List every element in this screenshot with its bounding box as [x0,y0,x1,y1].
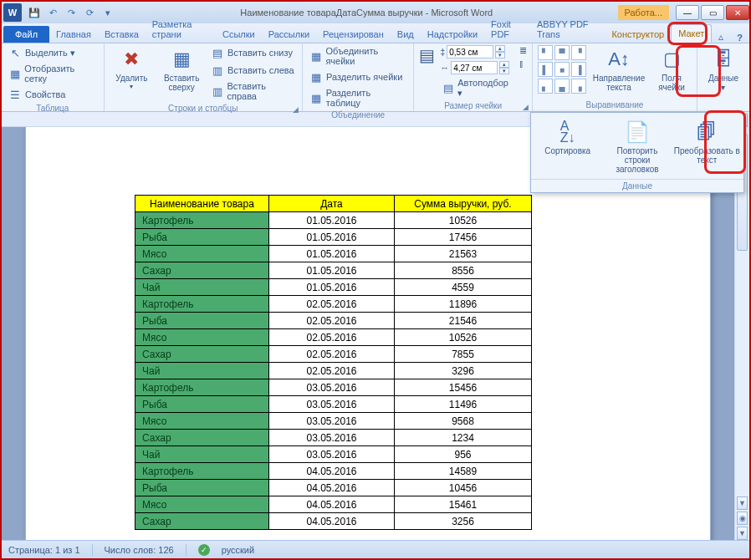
table-row[interactable]: Картофель02.05.201611896 [135,296,532,313]
table-row[interactable]: Сахар01.05.20168556 [135,262,532,279]
tab-foxit[interactable]: Foxit PDF [484,16,530,43]
align-br[interactable]: ▗ [571,79,586,94]
cell-date[interactable]: 01.05.2016 [269,212,395,229]
cell-name[interactable]: Рыба [135,480,269,496]
insert-right-button[interactable]: ▥Вставить справа [209,80,297,102]
table-row[interactable]: Мясо02.05.201610526 [135,329,532,346]
next-page-button[interactable]: ▼ [737,527,748,540]
tab-layout[interactable]: Макет [671,24,712,43]
align-tc[interactable]: ▀ [554,45,570,60]
row-height-spinner[interactable]: ‡ ▴▾ [440,45,514,59]
redo-icon[interactable]: ↷ [64,5,79,20]
col-header-name[interactable]: Наименование товара [135,196,269,212]
col-header-sum[interactable]: Сумма выручки, руб. [395,196,532,212]
cell-name[interactable]: Мясо [135,413,269,430]
cell-date[interactable]: 03.05.2016 [269,396,395,413]
tab-insert[interactable]: Вставка [98,26,146,43]
cell-sum[interactable]: 14589 [395,463,532,480]
spin-down[interactable]: ▾ [499,68,509,74]
cell-sum[interactable]: 15456 [395,379,532,396]
properties-button[interactable]: ☰Свойства [7,87,99,102]
cell-sum[interactable]: 956 [395,446,532,463]
table-row[interactable]: Рыба03.05.201611496 [135,396,532,413]
cell-sum[interactable]: 17456 [395,229,532,246]
cell-date[interactable]: 02.05.2016 [269,296,395,313]
cell-date[interactable]: 03.05.2016 [269,446,395,463]
split-cells-button[interactable]: ▦Разделить ячейки [308,69,408,84]
cell-date[interactable]: 04.05.2016 [269,463,395,480]
table-row[interactable]: Чай02.05.20163296 [135,363,532,379]
status-word-count[interactable]: Число слов: 126 [105,545,174,555]
spin-down[interactable]: ▾ [495,52,505,59]
cell-sum[interactable]: 21563 [395,246,532,262]
cell-date[interactable]: 02.05.2016 [269,346,395,363]
tab-pagelayout[interactable]: Разметка страни [146,16,216,43]
col-width-input[interactable] [451,61,498,74]
cell-sum[interactable]: 10456 [395,480,532,496]
cell-margins-button[interactable]: ▢ Поля ячейки [651,45,692,92]
table-row[interactable]: Сахар03.05.20161234 [135,430,532,446]
cell-name[interactable]: Картофель [135,463,269,480]
cell-sum[interactable]: 1234 [395,430,532,446]
data-dropdown-button[interactable]: 🗄 Данные▾ [702,45,744,92]
cell-date[interactable]: 01.05.2016 [269,246,395,262]
cell-sum[interactable]: 11496 [395,396,532,413]
cell-name[interactable]: Картофель [135,296,269,313]
select-button[interactable]: ↖Выделить ▾ [7,45,99,60]
spellcheck-icon[interactable]: ✓ [198,544,210,556]
table-row[interactable]: Сахар02.05.20167855 [135,346,532,363]
cell-date[interactable]: 01.05.2016 [269,262,395,279]
table-row[interactable]: Мясо01.05.201621563 [135,246,532,262]
split-table-button[interactable]: ▦Разделить таблицу [308,87,408,109]
cell-sum[interactable]: 8556 [395,262,532,279]
cell-date[interactable]: 04.05.2016 [269,513,395,530]
cell-name[interactable]: Чай [135,446,269,463]
cell-sum[interactable]: 21546 [395,313,532,329]
table-row[interactable]: Картофель01.05.201610526 [135,212,532,229]
col-width-spinner[interactable]: ↔ ▴▾ [440,61,514,74]
cell-name[interactable]: Рыба [135,313,269,329]
cell-name[interactable]: Рыба [135,229,269,246]
table-row[interactable]: Рыба02.05.201621546 [135,313,532,329]
tab-review[interactable]: Рецензирован [316,26,391,43]
align-mc[interactable]: ■ [554,62,570,77]
table-row[interactable]: Рыба04.05.201610456 [135,480,532,496]
cell-name[interactable]: Чай [135,363,269,379]
merge-cells-button[interactable]: ▦Объединить ячейки [308,45,408,67]
convert-to-text-button[interactable]: 🗐 Преобразовать в текст [672,116,742,177]
show-grid-button[interactable]: ▦Отобразить сетку [7,63,99,84]
cell-name[interactable]: Сахар [135,262,269,279]
help-icon[interactable]: ? [730,33,749,43]
tab-mailings[interactable]: Рассылки [262,26,316,43]
status-page[interactable]: Страница: 1 из 1 [8,545,80,555]
cell-sum[interactable]: 10526 [395,212,532,229]
cell-sum[interactable]: 3256 [395,513,532,530]
cell-date[interactable]: 01.05.2016 [269,229,395,246]
spin-up[interactable]: ▴ [499,61,509,68]
qat-more-icon[interactable]: ▾ [100,5,115,20]
table-row[interactable]: Рыба01.05.201617456 [135,229,532,246]
align-tr[interactable]: ▝ [571,45,586,60]
table-row[interactable]: Сахар04.05.20163256 [135,513,532,530]
tab-file[interactable]: Файл [3,26,49,43]
cell-date[interactable]: 03.05.2016 [269,379,395,396]
cell-sum[interactable]: 7855 [395,346,532,363]
cell-sum[interactable]: 15461 [395,496,532,513]
repeat-icon[interactable]: ⟳ [82,5,97,20]
align-mr[interactable]: ▐ [571,62,586,77]
cell-sum[interactable]: 10526 [395,329,532,346]
cell-sum[interactable]: 4559 [395,279,532,296]
dialog-launcher-icon[interactable]: ◢ [293,105,299,114]
autofit-button[interactable]: ▤Автоподбор ▾ [440,77,514,99]
insert-top-button[interactable]: ▦ Вставить сверху [159,45,204,92]
cell-date[interactable]: 03.05.2016 [269,430,395,446]
cell-sum[interactable]: 11896 [395,296,532,313]
tab-view[interactable]: Вид [391,26,421,43]
tab-design[interactable]: Конструктор [605,26,671,43]
save-icon[interactable]: 💾 [27,5,42,20]
table-row[interactable]: Чай01.05.20164559 [135,279,532,296]
sort-button[interactable]: AZ↓ Сортировка [533,116,602,177]
cell-name[interactable]: Чай [135,279,269,296]
cell-name[interactable]: Картофель [135,379,269,396]
insert-left-button[interactable]: ▥Вставить слева [209,63,297,78]
